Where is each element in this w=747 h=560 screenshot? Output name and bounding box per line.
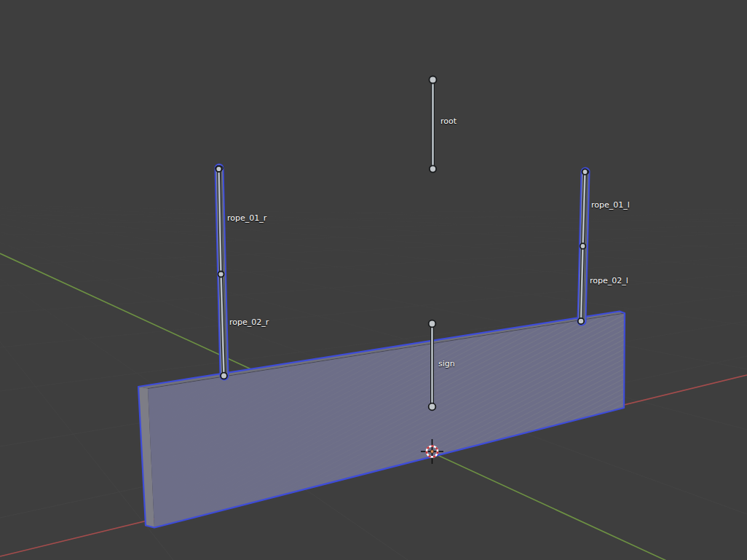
- sign-board-mesh[interactable]: [138, 312, 625, 528]
- bone-rope-01-l[interactable]: [583, 172, 585, 246]
- scene-canvas[interactable]: [0, 0, 747, 560]
- viewport-3d[interactable]: root rope_01_r rope_02_r rope_01_l rope_…: [0, 0, 747, 560]
- bone-rope-01-r[interactable]: [219, 169, 221, 275]
- bone-root[interactable]: [430, 76, 437, 173]
- bone-rope-02-l[interactable]: [581, 246, 583, 321]
